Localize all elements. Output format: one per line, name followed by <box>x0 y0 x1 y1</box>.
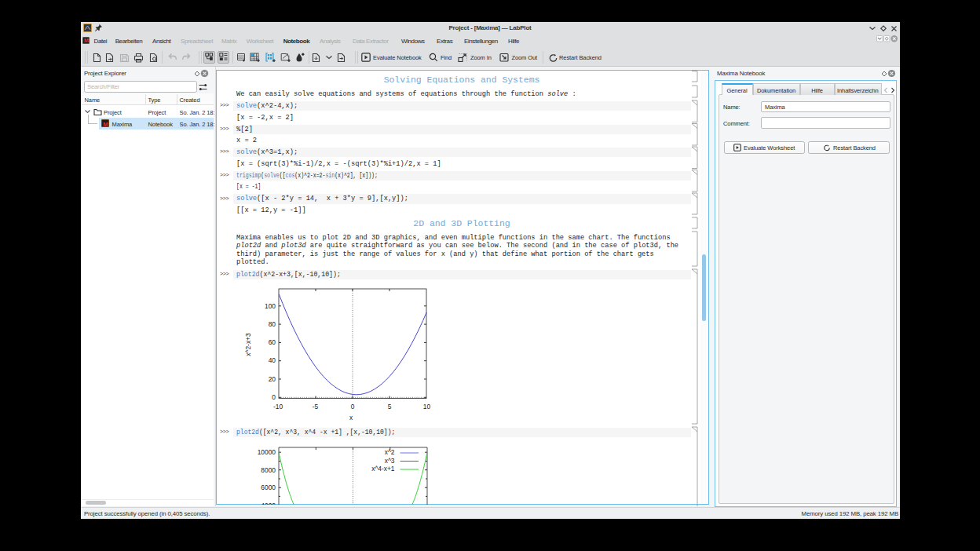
svg-text:20: 20 <box>269 375 276 383</box>
svg-text:x^4-x+1: x^4-x+1 <box>371 465 395 473</box>
svg-text:60: 60 <box>269 338 276 346</box>
svg-text:4000: 4000 <box>261 502 276 505</box>
svg-text:-10: -10 <box>273 403 283 411</box>
svg-text:0: 0 <box>272 393 276 401</box>
svg-text:6000: 6000 <box>261 483 276 491</box>
svg-text:80: 80 <box>269 320 276 328</box>
svg-text:5: 5 <box>388 403 392 411</box>
svg-text:10000: 10000 <box>258 448 276 456</box>
svg-text:-5: -5 <box>313 403 319 411</box>
svg-text:100: 100 <box>265 302 276 310</box>
svg-text:40: 40 <box>269 356 276 364</box>
svg-text:x^3: x^3 <box>385 457 395 465</box>
svg-text:8000: 8000 <box>261 466 276 474</box>
svg-text:x^2: x^2 <box>385 448 395 456</box>
svg-text:x^2-x+3: x^2-x+3 <box>244 333 252 356</box>
svg-text:10: 10 <box>423 403 431 411</box>
svg-text:0: 0 <box>351 403 355 411</box>
svg-text:x: x <box>349 414 353 421</box>
